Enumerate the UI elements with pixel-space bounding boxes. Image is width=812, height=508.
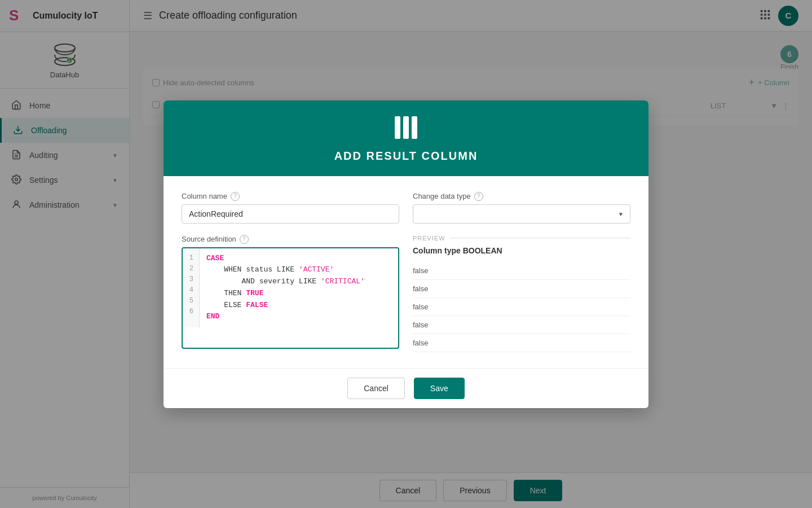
- svg-rect-19: [395, 116, 400, 139]
- modal-overlay: ADD RESULT COLUMN Column name ? Change d…: [0, 0, 812, 508]
- preview-values: false false false false false: [413, 262, 630, 352]
- modal-cancel-button[interactable]: Cancel: [347, 378, 405, 399]
- source-definition-help-icon: ?: [240, 235, 249, 244]
- column-name-input[interactable]: [182, 204, 399, 224]
- change-data-type-select-wrapper: BOOLEAN INTEGER FLOAT TEXT TIMESTAMP: [413, 204, 630, 224]
- source-definition-area: Source definition ? 1 2 3 4 5 6: [182, 235, 399, 352]
- column-name-label: Column name ?: [182, 192, 399, 201]
- modal-top-fields: Column name ? Change data type ? BOOLEAN: [182, 192, 630, 224]
- change-data-type-label: Change data type ?: [413, 192, 630, 201]
- column-name-field: Column name ?: [182, 192, 399, 224]
- modal-title: ADD RESULT COLUMN: [334, 150, 478, 163]
- preview-value-3: false: [413, 298, 630, 316]
- change-data-type-select[interactable]: BOOLEAN INTEGER FLOAT TEXT TIMESTAMP: [413, 204, 630, 224]
- preview-type: Column type BOOLEAN: [413, 246, 630, 255]
- column-name-help-icon: ?: [231, 192, 240, 201]
- preview-value-4: false: [413, 316, 630, 334]
- columns-icon: [392, 116, 420, 143]
- preview-value-5: false: [413, 334, 630, 352]
- line-numbers: 1 2 3 4 5 6: [183, 248, 200, 328]
- preview-value-2: false: [413, 280, 630, 298]
- preview-label: PREVIEW: [413, 235, 630, 242]
- source-section: Source definition ? 1 2 3 4 5 6: [182, 235, 630, 352]
- modal-body: Column name ? Change data type ? BOOLEAN: [164, 176, 648, 368]
- code-editor[interactable]: 1 2 3 4 5 6 CASE WHEN status LIKE 'ACTIV…: [182, 247, 399, 349]
- modal-footer: Cancel Save: [164, 368, 648, 408]
- code-lines: 1 2 3 4 5 6 CASE WHEN status LIKE 'ACTIV…: [183, 248, 398, 328]
- preview-value-1: false: [413, 262, 630, 280]
- preview-area: PREVIEW Column type BOOLEAN false false …: [413, 235, 630, 352]
- code-content[interactable]: CASE WHEN status LIKE 'ACTIVE' AND sever…: [200, 248, 398, 328]
- modal-header: ADD RESULT COLUMN: [164, 100, 648, 176]
- svg-rect-20: [403, 116, 409, 139]
- add-result-column-modal: ADD RESULT COLUMN Column name ? Change d…: [164, 100, 648, 408]
- change-data-type-help-icon: ?: [474, 192, 483, 201]
- modal-save-button[interactable]: Save: [414, 378, 465, 399]
- svg-rect-21: [412, 116, 417, 139]
- change-data-type-field: Change data type ? BOOLEAN INTEGER FLOAT…: [413, 192, 630, 224]
- source-definition-label: Source definition ?: [182, 235, 399, 244]
